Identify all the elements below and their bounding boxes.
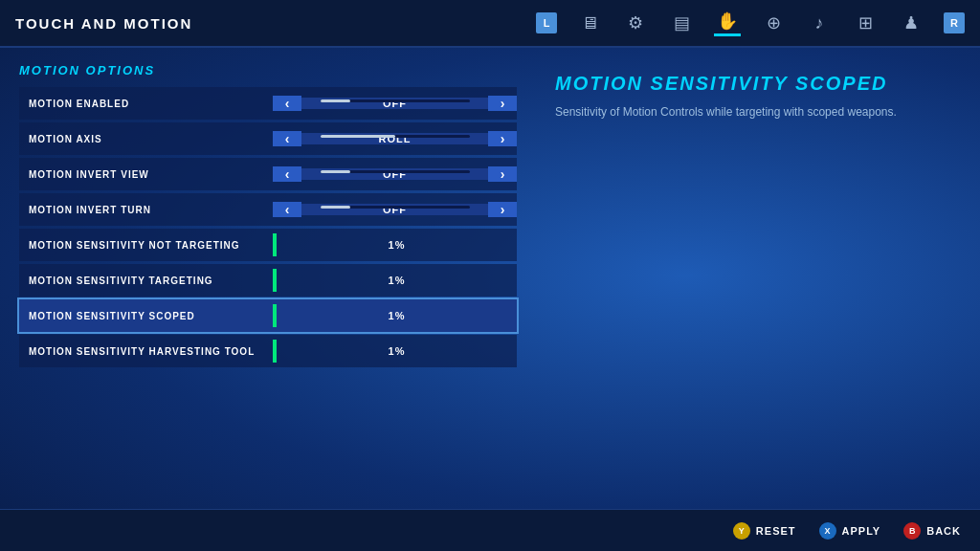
nav-badge-R[interactable]: R — [944, 12, 965, 33]
bottom-bar: Y RESET X APPLY B BACK — [0, 509, 980, 551]
setting-row-sensitivity-targeting[interactable]: MOTION SENSITIVITY TARGETING 1% — [19, 264, 517, 297]
arrow-right-motion-axis[interactable]: › — [488, 131, 517, 146]
slider-value-scoped: 1% — [389, 310, 406, 321]
slider-bar-scoped[interactable]: 1% — [277, 310, 517, 321]
settings-list: MOTION ENABLED ‹ OFF › MOTION AXIS — [19, 87, 517, 367]
toggle-value-area-motion-enabled: OFF — [301, 98, 488, 109]
main-content: MOTION OPTIONS MOTION ENABLED ‹ OFF › — [0, 48, 980, 509]
setting-control-motion-invert-turn[interactable]: ‹ OFF › — [273, 202, 517, 217]
setting-row-motion-enabled[interactable]: MOTION ENABLED ‹ OFF › — [19, 87, 517, 120]
setting-row-motion-invert-turn[interactable]: MOTION INVERT TURN ‹ OFF › — [19, 193, 517, 226]
gear-icon[interactable]: ⚙ — [622, 10, 649, 36]
volume-icon[interactable]: ♪ — [806, 10, 833, 36]
setting-label-sensitivity-scoped: MOTION SENSITIVITY SCOPED — [19, 311, 273, 321]
setting-control-motion-invert-view[interactable]: ‹ OFF › — [273, 166, 517, 182]
apply-button-circle: X — [819, 522, 836, 540]
reset-label[interactable]: RESET — [756, 525, 796, 537]
right-panel: MOTION SENSITIVITY SCOPED Sensitivity of… — [536, 63, 961, 494]
arrow-left-motion-invert-view[interactable]: ‹ — [273, 166, 301, 182]
setting-control-sensitivity-harvesting[interactable]: 1% — [273, 340, 517, 363]
apply-label[interactable]: APPLY — [842, 525, 881, 537]
arrow-right-motion-invert-turn[interactable]: › — [488, 202, 517, 217]
page-title: TOUCH AND MOTION — [15, 15, 192, 32]
slider-value-targeting: 1% — [389, 275, 406, 286]
controller2-icon[interactable]: ⊞ — [852, 10, 879, 36]
gamepad2-icon[interactable]: ⊕ — [760, 10, 787, 36]
arrow-left-motion-enabled[interactable]: ‹ — [273, 96, 301, 111]
arrow-right-motion-invert-view[interactable]: › — [488, 166, 517, 182]
slider-value-not-targeting: 1% — [389, 239, 406, 251]
detail-title: MOTION SENSITIVITY SCOPED — [555, 73, 961, 94]
toggle-value-area-motion-axis: ROLL — [301, 133, 488, 144]
touch-icon[interactable]: ✋ — [714, 10, 741, 36]
setting-row-motion-invert-view[interactable]: MOTION INVERT VIEW ‹ OFF › — [19, 158, 517, 190]
slider-value-harvesting: 1% — [389, 345, 406, 357]
toggle-value-area-motion-invert-view: OFF — [301, 168, 488, 180]
detail-desc: Sensitivity of Motion Controls while tar… — [555, 103, 919, 121]
reset-action[interactable]: Y RESET — [733, 522, 796, 540]
nav-icons: L 🖥 ⚙ ▤ ✋ ⊕ ♪ ⊞ ♟ R — [536, 10, 965, 36]
setting-control-sensitivity-scoped[interactable]: 1% — [273, 304, 517, 327]
reset-button-circle: Y — [733, 522, 750, 540]
back-action[interactable]: B BACK — [903, 522, 961, 540]
setting-row-sensitivity-harvesting[interactable]: MOTION SENSITIVITY HARVESTING TOOL 1% — [19, 335, 517, 367]
setting-label-sensitivity-targeting: MOTION SENSITIVITY TARGETING — [19, 276, 273, 286]
left-panel: MOTION OPTIONS MOTION ENABLED ‹ OFF › — [19, 63, 517, 494]
setting-label-motion-axis: MOTION AXIS — [19, 134, 273, 144]
monitor-icon[interactable]: 🖥 — [576, 10, 603, 36]
setting-row-motion-axis[interactable]: MOTION AXIS ‹ ROLL › — [19, 122, 517, 155]
setting-label-sensitivity-harvesting: MOTION SENSITIVITY HARVESTING TOOL — [19, 346, 273, 357]
display-icon[interactable]: ▤ — [668, 10, 695, 36]
setting-control-sensitivity-targeting[interactable]: 1% — [273, 269, 517, 292]
toggle-value-area-motion-invert-turn: OFF — [301, 204, 488, 215]
setting-label-motion-invert-view: MOTION INVERT VIEW — [19, 169, 273, 180]
setting-label-motion-enabled: MOTION ENABLED — [19, 99, 273, 109]
arrow-left-motion-axis[interactable]: ‹ — [273, 131, 301, 146]
top-bar: TOUCH AND MOTION L 🖥 ⚙ ▤ ✋ ⊕ ♪ ⊞ ♟ R — [0, 0, 980, 48]
back-label[interactable]: BACK — [926, 525, 961, 537]
slider-bar-harvesting[interactable]: 1% — [277, 345, 517, 357]
setting-row-sensitivity-scoped[interactable]: MOTION SENSITIVITY SCOPED 1% — [19, 299, 517, 332]
slider-bar-targeting[interactable]: 1% — [277, 275, 517, 286]
setting-row-sensitivity-not-targeting[interactable]: MOTION SENSITIVITY NOT TARGETING 1% — [19, 229, 517, 261]
slider-bar-not-targeting[interactable]: 1% — [277, 239, 517, 251]
nav-badge-L[interactable]: L — [536, 12, 557, 33]
setting-label-motion-invert-turn: MOTION INVERT TURN — [19, 205, 273, 215]
setting-control-motion-axis[interactable]: ‹ ROLL › — [273, 131, 517, 146]
back-button-circle: B — [903, 522, 921, 540]
apply-action[interactable]: X APPLY — [819, 522, 881, 540]
arrow-right-motion-enabled[interactable]: › — [488, 96, 517, 111]
section-title: MOTION OPTIONS — [19, 63, 517, 77]
setting-control-motion-enabled[interactable]: ‹ OFF › — [273, 96, 517, 111]
setting-control-sensitivity-not-targeting[interactable]: 1% — [273, 233, 517, 256]
setting-label-sensitivity-not-targeting: MOTION SENSITIVITY NOT TARGETING — [19, 240, 273, 251]
user-icon[interactable]: ♟ — [898, 10, 924, 36]
arrow-left-motion-invert-turn[interactable]: ‹ — [273, 202, 301, 217]
